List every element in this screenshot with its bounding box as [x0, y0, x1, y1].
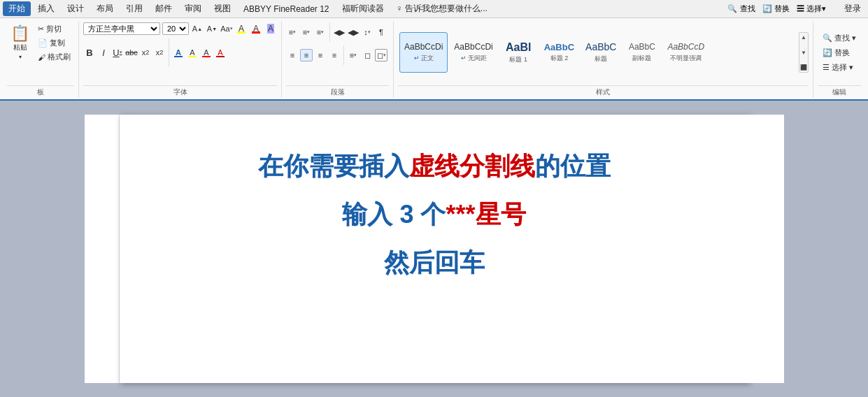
style-subtle-emphasis-preview: AaBbCcD — [667, 42, 704, 52]
menu-review[interactable]: 审阅 — [179, 1, 207, 16]
separator-1 — [169, 38, 169, 66]
bullets-button[interactable]: ≡▾ — [286, 26, 299, 38]
font-grow-button[interactable]: A▲ — [191, 22, 204, 35]
paste-icon: 📋 — [10, 26, 29, 41]
cut-label: 剪切 — [46, 24, 62, 34]
style-heading1-preview: AaBl — [506, 41, 531, 54]
style-heading2-preview: AaBbC — [544, 42, 574, 53]
style-title[interactable]: AaBbC 标题 — [581, 32, 621, 73]
style-heading2-label: 标题 2 — [550, 54, 569, 63]
align-right-button[interactable]: ≡ — [314, 49, 327, 62]
clear-format-button[interactable]: A — [214, 46, 227, 59]
borders-button[interactable]: ◻▾ — [375, 49, 387, 62]
style-title-preview: AaBbC — [585, 41, 616, 53]
menu-view[interactable]: 视图 — [208, 1, 236, 16]
font-color-button[interactable]: A — [250, 22, 262, 35]
find-button[interactable]: 🔍 查找 ▾ — [818, 31, 861, 45]
highlight-button[interactable]: A — [235, 22, 248, 35]
scroll-up-icon[interactable]: ▲ — [801, 34, 806, 41]
styles-group-content: AaBbCcDi ↵ 正文 AaBbCcDi ↵ 无间距 — [398, 21, 809, 84]
style-title-label: 标题 — [595, 55, 607, 64]
cut-button[interactable]: ✂ 剪切 — [34, 22, 74, 36]
paste-label: 粘贴 — [13, 43, 27, 52]
paragraph-label: 段落 — [286, 85, 389, 98]
menu-start[interactable]: 开始 — [3, 1, 31, 16]
format-painter-button[interactable]: 🖌 格式刷 — [34, 50, 74, 64]
text-effect-button[interactable]: A — [172, 46, 185, 59]
menu-help[interactable]: ♀ 告诉我您想要做什么... — [391, 1, 493, 16]
show-formatting-button[interactable]: ¶ — [375, 26, 387, 38]
font-color-button-2[interactable]: A — [200, 46, 213, 59]
find-icon: 🔍 — [823, 34, 832, 43]
select-button[interactable]: ☰ 选择 ▾ — [818, 61, 858, 74]
styles-grid: AaBbCcDi ↵ 正文 AaBbCcDi ↵ 无间距 — [398, 29, 797, 75]
paragraph-shading-button[interactable]: ◻ — [361, 49, 373, 62]
copy-button[interactable]: 📄 复制 — [34, 36, 74, 50]
menu-insert[interactable]: 插入 — [32, 1, 60, 16]
sort-button[interactable]: ↕▾ — [361, 26, 373, 38]
style-heading1[interactable]: AaBl 标题 1 — [499, 32, 538, 73]
bold-button[interactable]: B — [83, 46, 96, 59]
style-no-spacing[interactable]: AaBbCcDi ↵ 无间距 — [449, 32, 497, 73]
decrease-indent-button[interactable]: ◀▶ — [333, 26, 346, 38]
font-shrink-button[interactable]: A▼ — [206, 22, 218, 35]
font-label: 字体 — [83, 85, 277, 98]
editing-group-content: 🔍 查找 ▾ 🔄 替换 ☰ 选择 ▾ — [818, 21, 861, 84]
style-subtitle-preview: AaBbC — [629, 42, 655, 52]
font-family-select[interactable]: 方正兰亭中黑 — [83, 22, 160, 35]
numbering-button[interactable]: ≡▾ — [300, 26, 313, 38]
menu-reference[interactable]: 引用 — [120, 1, 148, 16]
ribbon-content: 📋 粘贴 ▾ ✂ 剪切 📄 复制 🖌 格式刷 — [0, 18, 868, 99]
style-subtle-emphasis-label: 不明显强调 — [670, 54, 702, 63]
menu-layout[interactable]: 布局 — [91, 1, 119, 16]
text-highlight-button[interactable]: A — [186, 46, 199, 59]
doc-line-3: 然后回车 — [384, 246, 485, 280]
styles-scrollbar[interactable]: ▲ ▼ ⬛ — [799, 32, 809, 73]
document-page[interactable]: 在你需要插入虚线分割线的位置 输入 3 个***星号 然后回车 — [120, 115, 749, 383]
font-size-select[interactable]: 20 — [162, 22, 189, 35]
editing-group: 🔍 查找 ▾ 🔄 替换 ☰ 选择 ▾ 编辑 — [813, 21, 865, 98]
scroll-expand-icon[interactable]: ⬛ — [800, 64, 807, 71]
font-row-1: 方正兰亭中黑 20 A▲ A▼ Aa▾ A A — [83, 22, 277, 35]
scroll-down-icon[interactable]: ▼ — [801, 50, 806, 56]
shading-button[interactable]: A — [264, 22, 277, 35]
format-painter-icon: 🖌 — [38, 53, 45, 62]
italic-button[interactable]: I — [97, 46, 110, 59]
replace-label: 替换 — [834, 48, 850, 58]
superscript-button[interactable]: x2 — [153, 46, 166, 59]
subscript-button[interactable]: x2 — [139, 46, 152, 59]
style-heading2[interactable]: AaBbC 标题 2 — [539, 32, 579, 73]
clipboard-label: 板 — [7, 85, 74, 98]
increase-indent-button[interactable]: ◀▶ — [347, 26, 360, 38]
align-left-button[interactable]: ≡ — [286, 49, 299, 62]
left-margin — [85, 115, 120, 383]
para-row-1: ≡▾ ≡▾ ≡▾ ◀▶ ◀▶ ↕▾ ¶ — [286, 22, 387, 42]
clipboard-group-content: 📋 粘贴 ▾ ✂ 剪切 📄 复制 🖌 格式刷 — [7, 21, 74, 84]
menu-design[interactable]: 设计 — [62, 1, 90, 16]
login-button[interactable]: 登录 — [840, 3, 865, 15]
paste-button[interactable]: 📋 粘贴 ▾ — [7, 22, 33, 63]
find-label: 查找 — [740, 3, 755, 14]
menu-mail[interactable]: 邮件 — [150, 1, 178, 16]
select-icon: ☰ — [823, 63, 830, 72]
style-heading1-label: 标题 1 — [509, 55, 527, 64]
style-no-spacing-label: 无间距 — [468, 54, 487, 63]
change-case-button[interactable]: Aa▾ — [220, 22, 233, 35]
replace-button[interactable]: 🔄 替换 — [818, 46, 855, 59]
line-spacing-button[interactable]: ≡▾ — [347, 49, 360, 62]
multilevel-button[interactable]: ≡▾ — [314, 26, 327, 38]
menu-abbyy[interactable]: ABBYY FineReader 12 — [238, 3, 335, 15]
menu-foxit[interactable]: 福昕阅读器 — [336, 1, 390, 16]
strikethrough-button[interactable]: abc — [125, 46, 138, 59]
style-normal-preview: AaBbCcDi — [404, 42, 443, 52]
style-subtitle[interactable]: AaBbC 副标题 — [622, 32, 661, 73]
underline-button[interactable]: U ▾ — [111, 46, 124, 59]
align-center-button[interactable]: ≡ — [300, 49, 313, 62]
style-normal[interactable]: AaBbCcDi ↵ 正文 — [399, 32, 448, 73]
separator-3 — [343, 45, 344, 65]
replace-icon: 🔄 — [823, 48, 832, 57]
justify-button[interactable]: ≡ — [328, 49, 341, 62]
doc-line2-before: 输入 3 个 — [342, 200, 446, 229]
styles-label: 样式 — [398, 85, 809, 98]
style-subtle-emphasis[interactable]: AaBbCcD 不明显强调 — [662, 32, 709, 73]
